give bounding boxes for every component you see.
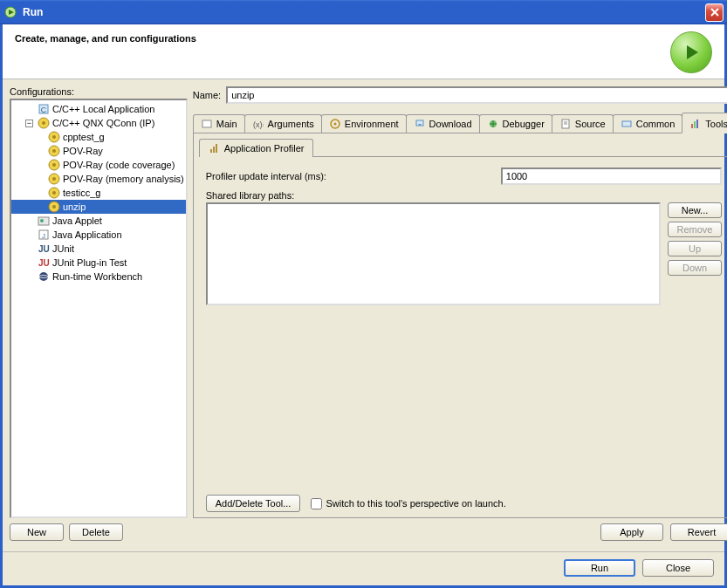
qnx-icon (48, 201, 60, 213)
tab-label: Common (636, 119, 676, 129)
shared-lib-listbox[interactable] (206, 202, 661, 305)
tree-node[interactable]: POV-Ray (memory analysis) (11, 172, 186, 186)
switch-perspective-checkbox[interactable]: Switch to this tool's perspective on lau… (311, 498, 505, 509)
configurations-tree[interactable]: CC/C++ Local Application−C/C++ QNX QConn… (10, 99, 188, 518)
tree-node[interactable]: unzip (11, 200, 186, 214)
tree-node-label: testicc_g (63, 188, 100, 198)
eclipse-icon (38, 270, 50, 283)
qnx-icon (48, 173, 60, 185)
run-app-icon (3, 5, 17, 19)
tab-download[interactable]: Download (406, 114, 480, 133)
tree-node[interactable]: JJava Application (11, 228, 186, 242)
lib-up-button[interactable]: Up (668, 241, 722, 256)
tree-node-label: Java Applet (52, 215, 102, 226)
c-app-icon: C (38, 103, 50, 115)
tab-environment[interactable]: Environment (321, 114, 407, 133)
main-tab-icon (201, 118, 213, 130)
tab-label: Debugger (503, 119, 545, 129)
tree-node[interactable]: Java Applet (11, 214, 186, 228)
window-close-button[interactable] (705, 3, 724, 22)
svg-point-18 (52, 191, 56, 195)
tree-twisty-icon[interactable]: − (25, 120, 33, 127)
separator (3, 551, 724, 552)
tab-label: Source (575, 119, 606, 129)
interval-label: Profiler update interval (ms): (206, 171, 494, 181)
tree-node[interactable]: POV-Ray (11, 144, 186, 158)
lib-remove-button[interactable]: Remove (668, 222, 722, 237)
qnx-icon (48, 159, 60, 171)
lib-down-button[interactable]: Down (668, 260, 722, 276)
new-config-button[interactable]: New (10, 523, 64, 541)
tab-label: Tools (705, 119, 727, 129)
qnx-icon (38, 117, 50, 129)
junit-icon: JU (38, 243, 50, 255)
svg-rect-41 (622, 121, 631, 126)
tab-common[interactable]: Common (613, 114, 683, 133)
svg-marker-4 (687, 45, 698, 59)
add-delete-tool-button[interactable]: Add/Delete Tool... (206, 495, 301, 512)
qnx-icon (48, 131, 60, 143)
svg-rect-42 (691, 124, 693, 128)
args-tab-icon: (x)= (252, 118, 264, 130)
tab-label: Environment (345, 119, 399, 129)
svg-point-12 (52, 149, 56, 153)
run-banner-icon (670, 31, 712, 73)
svg-point-27 (39, 272, 48, 281)
switch-perspective-label: Switch to this tool's perspective on lau… (326, 498, 505, 509)
svg-text:JU: JU (38, 258, 50, 268)
tree-node-label: Java Application (52, 229, 122, 240)
java-applet-icon (38, 215, 50, 227)
tab-label: Download (429, 119, 472, 129)
svg-text:(x)=: (x)= (253, 120, 264, 129)
svg-text:JU: JU (38, 244, 50, 254)
tree-node[interactable]: JUJUnit (11, 242, 186, 256)
tab-debugger[interactable]: Debugger (479, 114, 552, 133)
tree-node-label: JUnit (52, 243, 74, 254)
svg-text:J: J (42, 232, 45, 240)
config-tabstrip: Main(x)=ArgumentsEnvironmentDownloadDebu… (193, 113, 727, 133)
junit-plugin-icon: JU (38, 256, 50, 269)
tree-node[interactable]: testicc_g (11, 186, 186, 200)
apply-button[interactable]: Apply (600, 523, 663, 541)
svg-rect-45 (210, 149, 212, 153)
svg-rect-29 (202, 120, 211, 127)
switch-perspective-input[interactable] (311, 498, 322, 509)
svg-point-14 (52, 163, 56, 167)
tree-node-label: cpptest_g (63, 132, 105, 142)
svg-rect-44 (696, 120, 698, 128)
svg-rect-21 (38, 217, 49, 225)
dialog-header: Create, manage, and run configurations (3, 24, 724, 79)
tree-node[interactable]: CC/C++ Local Application (11, 102, 186, 116)
tree-node[interactable]: JUJUnit Plug-in Test (11, 256, 186, 270)
dialog-subtitle: Create, manage, and run configurations (15, 33, 670, 44)
tree-node[interactable]: POV-Ray (code coverage) (11, 158, 186, 172)
source-tab-icon (559, 118, 572, 130)
tree-node[interactable]: Run-time Workbench (11, 270, 186, 284)
tab-tools[interactable]: Tools (682, 113, 727, 133)
svg-rect-46 (213, 147, 215, 153)
svg-point-10 (52, 135, 56, 139)
common-tab-icon (621, 118, 633, 130)
subtab-label: Application Profiler (224, 143, 305, 154)
lib-new-button[interactable]: New... (668, 202, 722, 218)
close-button[interactable]: Close (642, 559, 714, 577)
tab-arguments[interactable]: (x)=Arguments (244, 114, 322, 133)
tree-node-label: POV-Ray (63, 146, 103, 156)
svg-rect-43 (694, 121, 696, 128)
window-titlebar: Run (0, 0, 727, 24)
name-input[interactable] (226, 86, 727, 104)
svg-rect-47 (216, 144, 217, 153)
qnx-icon (48, 187, 60, 199)
tree-node[interactable]: cpptest_g (11, 130, 186, 144)
delete-config-button[interactable]: Delete (69, 523, 123, 541)
tree-node-label: POV-Ray (memory analysis) (63, 174, 184, 184)
svg-point-32 (333, 123, 336, 126)
tab-main[interactable]: Main (193, 114, 245, 133)
tab-source[interactable]: Source (552, 114, 614, 133)
tools-tab-panel: Application Profiler Profiler update int… (193, 133, 727, 518)
revert-button[interactable]: Revert (670, 523, 727, 541)
run-button[interactable]: Run (564, 559, 635, 577)
interval-input[interactable] (501, 168, 722, 185)
subtab-application-profiler[interactable]: Application Profiler (199, 139, 314, 157)
tree-node[interactable]: −C/C++ QNX QConn (IP) (11, 116, 186, 130)
